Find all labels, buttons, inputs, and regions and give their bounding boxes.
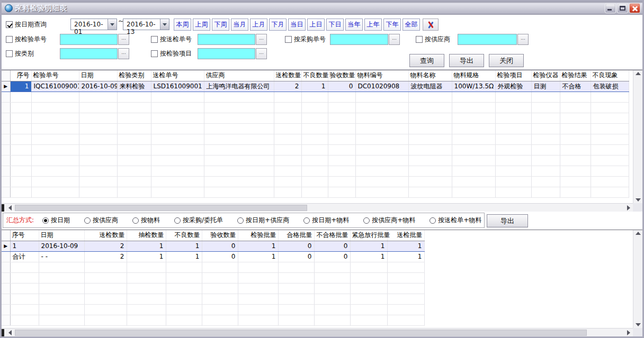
column-header[interactable]: 送检数量 xyxy=(274,70,301,81)
column-header[interactable]: 验收数量 xyxy=(202,230,238,241)
summary-vertical-scrollbar[interactable] xyxy=(633,230,642,328)
empty-row[interactable] xyxy=(2,102,629,113)
summary-mode-option[interactable]: 按采购/委托单 xyxy=(174,216,223,225)
filter-checkbox-delivery-no[interactable]: 按送检单号 xyxy=(151,35,192,43)
category-input[interactable] xyxy=(60,48,118,59)
delivery-no-browse-button[interactable]: ... xyxy=(256,34,267,45)
empty-row[interactable] xyxy=(2,144,629,155)
quick-date-button[interactable]: 上周 xyxy=(193,19,210,31)
date-from-combo[interactable]: 2016-10-01 xyxy=(70,19,117,30)
scroll-up-icon[interactable] xyxy=(636,72,641,75)
quick-date-button[interactable]: 上月 xyxy=(250,19,267,31)
close-form-button[interactable]: 关闭 xyxy=(489,54,524,67)
query-button[interactable]: 查询 xyxy=(409,54,444,67)
quick-date-button[interactable]: 上日 xyxy=(307,19,325,31)
purchase-no-browse-button[interactable]: ... xyxy=(389,34,400,45)
column-header[interactable]: 检验仪器 xyxy=(531,70,560,81)
splitter-handle[interactable] xyxy=(2,204,4,212)
column-header[interactable] xyxy=(2,70,10,81)
table-row[interactable]: ▶12016-10-09211010011 xyxy=(2,241,424,251)
empty-row[interactable] xyxy=(2,294,424,304)
empty-row[interactable] xyxy=(2,272,424,283)
summary-mode-option[interactable]: 按日期+供应商 xyxy=(237,216,289,225)
summary-mode-option[interactable]: 按日期+物料 xyxy=(303,216,349,225)
column-header[interactable]: 物料编号 xyxy=(355,70,408,81)
empty-row[interactable] xyxy=(2,134,629,144)
filter-checkbox-purchase-no[interactable]: 按采购单号 xyxy=(285,35,326,43)
scrollbar-thumb[interactable] xyxy=(15,205,307,211)
column-header[interactable]: 序号 xyxy=(10,230,39,241)
scrollbar-thumb[interactable] xyxy=(15,330,587,336)
quick-date-button[interactable]: 当年 xyxy=(345,19,363,31)
column-header[interactable]: 序号 xyxy=(10,70,31,81)
scroll-down-icon[interactable] xyxy=(636,323,641,326)
summary-mode-option[interactable]: 按日期 xyxy=(42,216,70,225)
scroll-right-icon[interactable] xyxy=(627,330,630,335)
column-header[interactable]: 不合格批量 xyxy=(314,230,350,241)
purchase-no-input[interactable] xyxy=(330,34,388,45)
inspection-no-browse-button[interactable]: ... xyxy=(118,34,129,45)
column-header[interactable]: 供应商 xyxy=(204,70,274,81)
column-header[interactable]: 紧急放行批量 xyxy=(350,230,387,241)
quick-date-button[interactable]: 当日 xyxy=(288,19,306,31)
column-header[interactable]: 合格批量 xyxy=(278,230,314,241)
summary-mode-option[interactable]: 按供应商 xyxy=(84,216,118,225)
main-horizontal-scrollbar[interactable] xyxy=(2,203,633,212)
filter-checkbox-inspection-item[interactable]: 按检验项目 xyxy=(151,49,192,58)
quick-date-button[interactable]: 上年 xyxy=(364,19,382,31)
quick-date-button[interactable]: 下月 xyxy=(269,19,287,31)
category-browse-button[interactable]: ... xyxy=(118,48,129,59)
column-header[interactable]: 检验结果 xyxy=(560,70,591,81)
table-row[interactable]: ▶1IQC1610090012016-10-09来料检验LSD161009001… xyxy=(2,81,629,92)
column-header[interactable]: 送检数量 xyxy=(84,230,127,241)
export-button[interactable]: 导出 xyxy=(449,54,484,67)
column-header[interactable]: 物料名称 xyxy=(408,70,452,81)
date-to-combo[interactable]: 2016-10-13 xyxy=(123,19,169,30)
empty-row[interactable] xyxy=(2,304,424,315)
column-header[interactable]: 验收数量 xyxy=(328,70,355,81)
column-header[interactable]: 检验类别 xyxy=(117,70,151,81)
scroll-up-icon[interactable] xyxy=(636,232,641,235)
empty-row[interactable] xyxy=(2,123,629,134)
summary-export-button[interactable]: 导出 xyxy=(487,214,528,227)
dropdown-button[interactable] xyxy=(108,19,117,30)
column-header[interactable]: 检验项目 xyxy=(495,70,531,81)
empty-row[interactable] xyxy=(2,262,424,272)
close-button[interactable] xyxy=(629,3,640,13)
filter-checkbox-category[interactable]: 按类别 xyxy=(6,49,34,58)
empty-row[interactable] xyxy=(2,315,424,325)
scroll-left-icon[interactable] xyxy=(8,330,12,335)
column-header[interactable]: 不良数量 xyxy=(301,70,328,81)
inspection-item-input[interactable] xyxy=(198,48,255,59)
quick-date-button[interactable]: 本周 xyxy=(174,19,191,31)
empty-row[interactable] xyxy=(2,113,629,123)
quick-date-button[interactable]: 下周 xyxy=(212,19,229,31)
column-header[interactable]: 物料规格 xyxy=(452,70,495,81)
supplier-input[interactable] xyxy=(458,34,517,45)
column-header[interactable]: 检验批量 xyxy=(238,230,278,241)
main-vertical-scrollbar[interactable] xyxy=(633,70,642,203)
empty-row[interactable] xyxy=(2,283,424,294)
scroll-left-icon[interactable] xyxy=(8,205,12,211)
summary-mode-option[interactable]: 按物料 xyxy=(132,216,160,225)
empty-row[interactable] xyxy=(2,187,629,197)
column-header[interactable]: 检验单号 xyxy=(31,70,79,81)
delivery-no-input[interactable] xyxy=(198,34,255,45)
date-query-checkbox[interactable]: 按日期查询 xyxy=(6,20,47,29)
minimize-button[interactable] xyxy=(605,3,616,13)
tools-button[interactable] xyxy=(423,19,439,31)
maximize-button[interactable] xyxy=(617,3,628,13)
column-header[interactable]: 不良现象 xyxy=(591,70,629,81)
summary-horizontal-scrollbar[interactable] xyxy=(2,328,633,336)
table-row[interactable]: 合计- -211010011 xyxy=(2,251,424,262)
empty-row[interactable] xyxy=(2,155,629,166)
quick-date-button[interactable]: 下年 xyxy=(383,19,401,31)
column-header[interactable]: 抽检数量 xyxy=(127,230,166,241)
summary-mode-option[interactable]: 按送检单+物料 xyxy=(430,216,481,225)
inspection-no-input[interactable] xyxy=(60,34,118,45)
column-header[interactable]: 不良数量 xyxy=(166,230,202,241)
splitter-handle[interactable] xyxy=(2,329,4,336)
filter-checkbox-supplier[interactable]: 按供应商 xyxy=(416,35,450,43)
column-header[interactable]: 日期 xyxy=(79,70,117,81)
column-header[interactable]: 送检批量 xyxy=(387,230,424,241)
